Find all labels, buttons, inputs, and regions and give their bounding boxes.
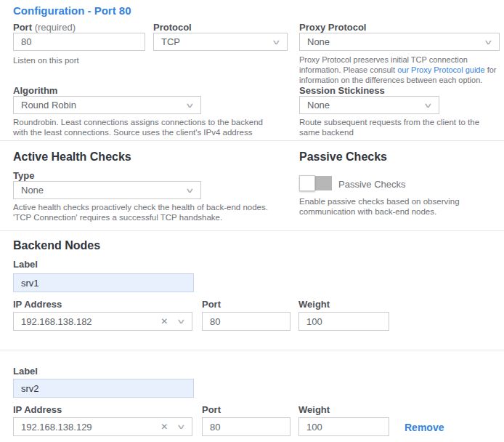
session-stickiness-label: Session Stickiness	[299, 85, 385, 96]
node-ip-label: IP Address	[13, 299, 62, 310]
remove-node-button[interactable]: Remove	[405, 422, 444, 433]
protocol-select-value: TCP	[161, 36, 180, 47]
backend-nodes-heading: Backend Nodes	[13, 239, 100, 252]
proxy-protocol-helper-text: Proxy Protocol preserves initial TCP con…	[299, 55, 504, 85]
passive-checks-toggle[interactable]	[299, 176, 332, 190]
protocol-select[interactable]: TCP ∨	[153, 33, 288, 51]
node-divider	[0, 350, 504, 350]
proxy-protocol-select[interactable]: None ∨	[299, 33, 500, 51]
chevron-down-icon: ∨	[423, 102, 433, 108]
active-health-checks-helper-text: Active health checks proactively check t…	[13, 202, 276, 222]
node-ip-select[interactable]: 192.168.138.129 ✕ ∨	[13, 417, 192, 436]
health-check-type-label: Type	[13, 170, 34, 181]
port-helper-text: Listen on this port	[13, 55, 79, 65]
node-ip-label: IP Address	[13, 404, 62, 415]
node-port-input[interactable]	[202, 312, 290, 331]
clear-icon[interactable]: ✕	[160, 422, 168, 432]
node-weight-input[interactable]	[298, 312, 389, 331]
node-port-label: Port	[202, 299, 221, 310]
node-weight-label: Weight	[298, 299, 330, 310]
node-label-input[interactable]	[13, 273, 194, 292]
proxy-protocol-label: Proxy Protocol	[299, 22, 366, 33]
passive-checks-toggle-label: Passive Checks	[338, 179, 405, 190]
section-divider	[0, 140, 504, 141]
node-ip-select[interactable]: 192.168.138.182 ✕ ∨	[13, 312, 192, 331]
node-port-input[interactable]	[202, 417, 290, 436]
port-label: Port (required)	[13, 22, 76, 33]
chevron-down-icon: ∨	[272, 39, 281, 45]
node-label-label: Label	[13, 259, 38, 270]
port-required-note: (required)	[35, 22, 76, 33]
port-label-text: Port	[13, 22, 32, 33]
clear-icon[interactable]: ✕	[160, 316, 168, 326]
algorithm-helper-text: Roundrobin. Least connections assigns co…	[13, 117, 267, 137]
chevron-down-icon: ∨	[185, 187, 195, 193]
node-weight-input[interactable]	[298, 417, 389, 436]
active-health-checks-heading: Active Health Checks	[13, 150, 131, 164]
node-port-label: Port	[202, 404, 221, 415]
protocol-label: Protocol	[153, 22, 192, 33]
passive-checks-helper-text: Enable passive checks based on observing…	[299, 196, 504, 217]
chevron-down-icon: ∨	[176, 318, 186, 325]
section-divider	[0, 230, 504, 231]
algorithm-label: Algorithm	[13, 85, 57, 96]
node-label-input[interactable]	[13, 379, 194, 398]
proxy-protocol-guide-link[interactable]: our Proxy Protocol guide	[397, 65, 484, 74]
node-ip-select-value: 192.168.138.129	[21, 422, 92, 433]
chevron-down-icon: ∨	[176, 424, 186, 430]
port-input[interactable]	[13, 33, 145, 51]
node-label-label: Label	[13, 366, 38, 377]
algorithm-select[interactable]: Round Robin ∨	[13, 96, 201, 114]
proxy-protocol-select-value: None	[307, 36, 330, 47]
algorithm-select-value: Round Robin	[21, 100, 76, 110]
session-stickiness-helper-text: Route subsequent requests from the clien…	[299, 117, 484, 137]
node-ip-select-value: 192.168.138.182	[21, 316, 92, 327]
node-weight-label: Weight	[298, 404, 330, 415]
passive-checks-heading: Passive Checks	[299, 150, 387, 164]
session-stickiness-select[interactable]: None ∨	[299, 96, 439, 114]
session-stickiness-select-value: None	[307, 100, 330, 110]
health-check-type-select-value: None	[21, 185, 44, 196]
health-check-type-select[interactable]: None ∨	[13, 181, 201, 199]
nodebalancer-config-panel: Configuration - Port 80 Port (required) …	[0, 0, 504, 442]
chevron-down-icon: ∨	[484, 39, 493, 45]
toggle-knob-icon	[299, 175, 315, 191]
config-title-link[interactable]: Configuration - Port 80	[13, 4, 131, 17]
chevron-down-icon: ∨	[185, 102, 195, 108]
